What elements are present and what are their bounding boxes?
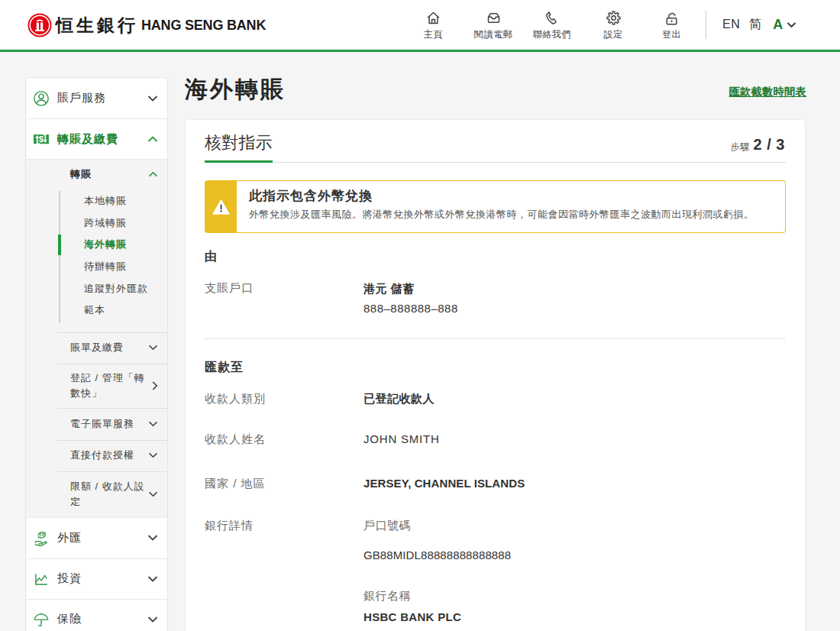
svg-text:$: $ [39,134,44,144]
svg-text:FX: FX [40,533,45,537]
